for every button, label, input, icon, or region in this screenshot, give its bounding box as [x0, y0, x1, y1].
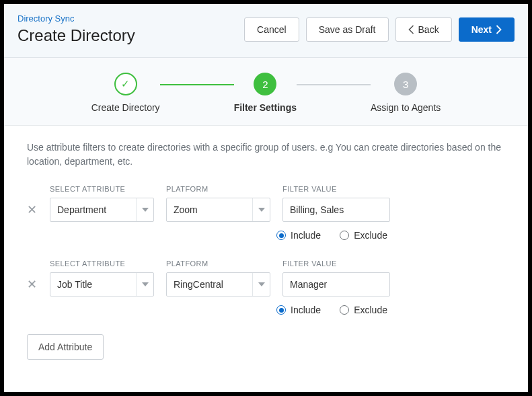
step-label: Filter Settings [234, 102, 297, 113]
save-draft-button[interactable]: Save as Draft [306, 17, 389, 42]
attribute-select[interactable]: Department [50, 198, 154, 222]
step-create-directory: ✓ Create Directory [91, 73, 160, 113]
step-indicator-done: ✓ [114, 73, 137, 95]
back-button-label: Back [418, 24, 439, 35]
radio-icon [276, 231, 286, 240]
cancel-button[interactable]: Cancel [244, 17, 299, 42]
filter-row: ✕ SELECT ATTRIBUTE Job Title PLATFORM Ri… [27, 260, 505, 296]
remove-filter-button[interactable]: ✕ [27, 204, 37, 216]
chevron-right-icon [496, 25, 502, 34]
filter-row: ✕ SELECT ATTRIBUTE Department PLATFORM Z… [27, 185, 505, 222]
step-indicator-current: 2 [254, 73, 276, 95]
header-actions: Cancel Save as Draft Back Next [244, 17, 515, 42]
step-label: Assign to Agents [371, 102, 441, 113]
step-connector [297, 84, 371, 85]
chevron-down-icon [252, 198, 270, 221]
next-button[interactable]: Next [459, 17, 515, 42]
breadcrumb[interactable]: Directory Sync [17, 13, 135, 24]
filter-value-input[interactable] [282, 272, 390, 296]
platform-select[interactable]: Zoom [166, 198, 270, 222]
include-radio[interactable]: Include [276, 305, 321, 315]
platform-label: PLATFORM [166, 260, 270, 268]
chevron-down-icon [136, 198, 153, 221]
radio-icon [276, 305, 286, 315]
step-indicator-future: 3 [394, 73, 417, 95]
wizard-stepper: ✓ Create Directory 2 Filter Settings 3 A… [4, 58, 528, 126]
filter-value-label: FILTER VALUE [282, 260, 390, 268]
attribute-select-value: Job Title [57, 279, 92, 290]
include-exclude-group: Include Exclude [276, 230, 505, 241]
filter-value-label: FILTER VALUE [282, 185, 390, 193]
exclude-label: Exclude [354, 230, 387, 241]
include-radio[interactable]: Include [276, 230, 321, 241]
chevron-left-icon [408, 25, 414, 34]
create-directory-window: Directory Sync Create Directory Cancel S… [4, 4, 528, 392]
add-attribute-button[interactable]: Add Attribute [27, 334, 104, 360]
content-area: Use attribute filters to create director… [4, 126, 528, 374]
chevron-down-icon [252, 273, 270, 296]
step-label: Create Directory [91, 102, 160, 113]
exclude-label: Exclude [354, 305, 387, 315]
step-filter-settings: 2 Filter Settings [234, 73, 297, 113]
step-connector [160, 84, 234, 85]
platform-select-value: RingCentral [174, 279, 223, 290]
exclude-radio[interactable]: Exclude [340, 230, 387, 241]
include-label: Include [291, 230, 321, 241]
page-title: Create Directory [17, 26, 135, 45]
exclude-radio[interactable]: Exclude [340, 305, 387, 315]
close-icon: ✕ [27, 278, 37, 291]
step-assign-agents: 3 Assign to Agents [371, 73, 441, 113]
close-icon: ✕ [27, 203, 37, 216]
attribute-select-value: Department [57, 204, 106, 215]
chevron-down-icon [136, 273, 153, 296]
radio-icon [340, 231, 349, 240]
filter-description: Use attribute filters to create director… [27, 141, 505, 169]
filter-value-input[interactable] [282, 198, 390, 222]
platform-select[interactable]: RingCentral [166, 272, 270, 296]
select-attribute-label: SELECT ATTRIBUTE [50, 260, 154, 268]
include-label: Include [291, 305, 321, 315]
select-attribute-label: SELECT ATTRIBUTE [50, 185, 154, 193]
radio-icon [340, 305, 349, 315]
back-button[interactable]: Back [395, 17, 452, 42]
platform-label: PLATFORM [166, 185, 270, 193]
page-header: Directory Sync Create Directory Cancel S… [4, 4, 528, 58]
platform-select-value: Zoom [174, 204, 198, 215]
include-exclude-group: Include Exclude [276, 305, 505, 315]
next-button-label: Next [471, 24, 492, 35]
remove-filter-button[interactable]: ✕ [27, 278, 37, 290]
attribute-select[interactable]: Job Title [50, 272, 154, 296]
